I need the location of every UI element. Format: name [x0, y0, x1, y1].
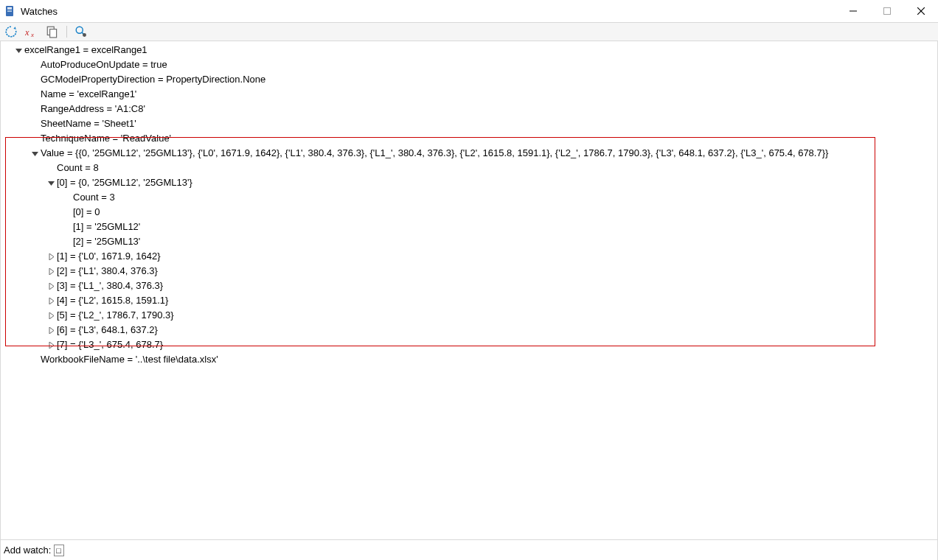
tree-label: AutoProduceOnUpdate = true [41, 57, 167, 72]
expand-toggle-icon[interactable] [30, 149, 39, 158]
tree-label: [1] = {'L0', 1671.9, 1642} [57, 249, 161, 264]
tree-label: [0] = 0 [73, 205, 100, 220]
tree-row-prop[interactable]: SheetName = 'Sheet1' [1, 116, 937, 131]
tree-label: Count = 3 [73, 190, 115, 205]
tree-row-item[interactable]: [2] = {'L1', 380.4, 376.3} [1, 264, 937, 279]
settings-icon[interactable] [74, 25, 88, 38]
expand-toggle-icon[interactable] [14, 46, 23, 55]
tree-label: [5] = {'L2_', 1786.7, 1790.3} [57, 308, 174, 323]
add-watch-label: Add watch: [4, 545, 51, 556]
tree-label: [1] = '25GML12' [73, 220, 140, 234]
window-title: Watches [21, 6, 58, 17]
tree-row-leaf[interactable]: [0] = 0 [1, 205, 937, 220]
tree-label: GCModelPropertyDirection = PropertyDirec… [41, 72, 265, 87]
tree-row-prop[interactable]: RangeAddress = 'A1:C8' [1, 102, 937, 116]
toolbar-separator [66, 26, 67, 38]
tree-row-item[interactable]: [4] = {'L2', 1615.8, 1591.1} [1, 293, 937, 308]
app-icon [4, 5, 16, 17]
footer: Add watch: [0, 539, 938, 560]
tree-row-prop[interactable]: GCModelPropertyDirection = PropertyDirec… [1, 72, 937, 87]
expand-toggle-icon[interactable] [46, 178, 55, 187]
tree-label: excelRange1 = excelRange1 [24, 43, 147, 57]
svg-text:x: x [30, 31, 34, 38]
svg-rect-3 [7, 11, 12, 12]
tree-label: [2] = {'L1', 380.4, 376.3} [57, 264, 158, 279]
tree-label: [7] = {'L3_', 675.4, 678.7} [57, 337, 163, 352]
expand-toggle-icon[interactable] [46, 267, 55, 276]
tree-label: Name = 'excelRange1' [41, 87, 136, 102]
tree-row-value[interactable]: Value = {{0, '25GML12', '25GML13'}, {'L0… [1, 146, 937, 161]
remove-watch-icon[interactable]: xx [25, 25, 38, 38]
tree-label: WorkbookFileName = '..\test file\data.xl… [41, 352, 218, 367]
tree-row-leaf[interactable]: [1] = '25GML12' [1, 220, 937, 234]
svg-point-14 [83, 33, 86, 37]
tree-row-count[interactable]: Count = 3 [1, 190, 937, 205]
tree-label: [3] = {'L1_', 380.4, 376.3} [57, 279, 163, 293]
expand-toggle-icon[interactable] [46, 340, 55, 349]
watches-window: Watches xx [0, 0, 938, 560]
copy-icon[interactable] [46, 25, 59, 38]
tree-label: Value = {{0, '25GML12', '25GML13'}, {'L0… [41, 146, 828, 161]
tree-row-leaf[interactable]: [2] = '25GML13' [1, 234, 937, 249]
expand-toggle-icon[interactable] [46, 296, 55, 305]
add-watch-input[interactable] [54, 545, 64, 556]
tree-row-prop[interactable]: AutoProduceOnUpdate = true [1, 57, 937, 72]
expand-toggle-icon[interactable] [46, 326, 55, 335]
close-button[interactable] [904, 0, 938, 22]
tree-row-item[interactable]: [3] = {'L1_', 380.4, 376.3} [1, 279, 937, 293]
watch-tree-panel[interactable]: excelRange1 = excelRange1 AutoProduceOnU… [0, 41, 938, 539]
minimize-button[interactable] [836, 0, 870, 22]
tree-row-item[interactable]: [0] = {0, '25GML12', '25GML13'} [1, 175, 937, 190]
tree-row-item[interactable]: [6] = {'L3', 648.1, 637.2} [1, 323, 937, 337]
tree-label: [6] = {'L3', 648.1, 637.2} [57, 323, 158, 337]
tree-row-prop[interactable]: TechniqueName = 'ReadValue' [1, 131, 937, 146]
toolbar: xx [0, 22, 938, 41]
svg-text:x: x [25, 27, 29, 38]
watch-tree: excelRange1 = excelRange1 AutoProduceOnU… [1, 41, 937, 368]
tree-label: SheetName = 'Sheet1' [41, 116, 136, 131]
maximize-button[interactable] [870, 0, 904, 22]
tree-label: Count = 8 [57, 161, 99, 175]
tree-row-prop[interactable]: WorkbookFileName = '..\test file\data.xl… [1, 352, 937, 367]
tree-row-item[interactable]: [7] = {'L3_', 675.4, 678.7} [1, 337, 937, 352]
tree-label: [4] = {'L2', 1615.8, 1591.1} [57, 293, 168, 308]
svg-point-12 [76, 27, 83, 33]
expand-toggle-icon[interactable] [46, 252, 55, 261]
tree-row-count[interactable]: Count = 8 [1, 161, 937, 175]
tree-label: [0] = {0, '25GML12', '25GML13'} [57, 175, 192, 190]
tree-row-item[interactable]: [1] = {'L0', 1671.9, 1642} [1, 249, 937, 264]
svg-rect-5 [884, 8, 891, 15]
svg-rect-11 [50, 29, 57, 38]
refresh-icon[interactable] [4, 25, 18, 38]
expand-toggle-icon[interactable] [46, 281, 55, 290]
tree-label: [2] = '25GML13' [73, 234, 140, 249]
tree-label: RangeAddress = 'A1:C8' [41, 102, 145, 116]
titlebar: Watches [0, 0, 938, 22]
tree-row-root[interactable]: excelRange1 = excelRange1 [1, 43, 937, 57]
svg-rect-2 [7, 10, 12, 10]
expand-toggle-icon[interactable] [46, 311, 55, 320]
tree-label: TechniqueName = 'ReadValue' [41, 131, 171, 146]
svg-rect-1 [7, 7, 12, 9]
window-controls [836, 0, 938, 22]
tree-row-prop[interactable]: Name = 'excelRange1' [1, 87, 937, 102]
tree-row-item[interactable]: [5] = {'L2_', 1786.7, 1790.3} [1, 308, 937, 323]
